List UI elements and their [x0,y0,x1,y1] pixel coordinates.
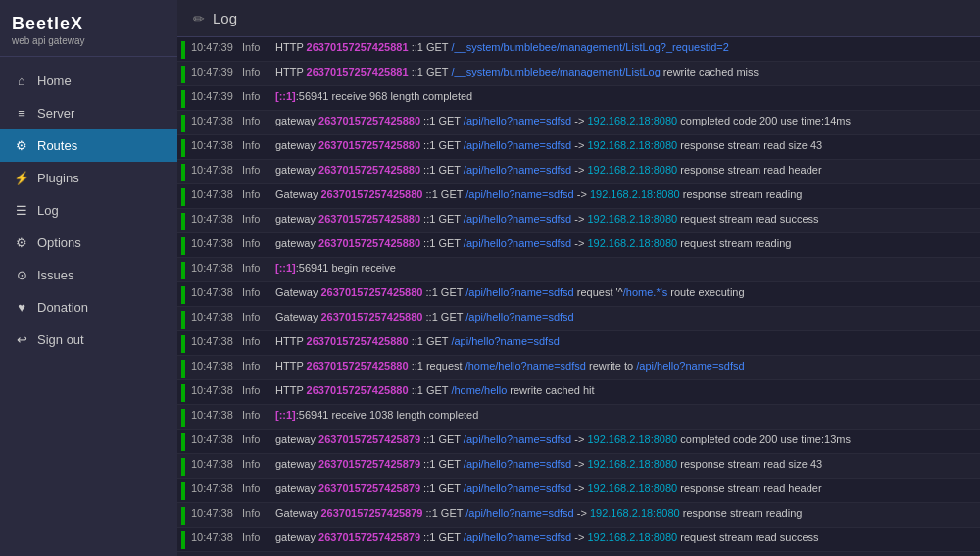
log-level: Info [242,88,275,102]
sidebar-item-home[interactable]: ⌂Home [0,65,177,97]
log-message: Gateway 26370157257425880 ::1 GET /api/h… [275,186,972,203]
page-header: ✏ Log [177,0,980,37]
log-time: 10:47:38 [191,456,242,470]
log-row: 10:47:38Infogateway 26370157257425880 ::… [177,233,980,258]
log-time: 10:47:38 [191,260,242,274]
sidebar-item-server[interactable]: ≡Server [0,97,177,129]
sidebar-item-plugins[interactable]: ⚡Plugins [0,162,177,194]
log-message: HTTP 26370157257425880 ::1 GET /api/hell… [275,333,972,350]
signout-icon: ↩ [14,332,29,347]
log-message: Gateway 26370157257425880 ::1 GET /api/h… [275,309,972,326]
sidebar-item-label-plugins: Plugins [37,171,79,185]
sidebar-item-label-donation: Donation [37,300,88,315]
log-level: Info [242,309,275,323]
sidebar-nav: ⌂Home≡Server⚙Routes⚡Plugins☰Log⚙Options⊙… [0,57,177,556]
log-indicator [181,237,185,255]
log-indicator [181,335,185,353]
log-indicator [181,286,185,304]
log-container[interactable]: 10:47:39InfoHTTP 26370157257425881 ::1 G… [177,37,980,556]
log-level: Info [242,407,275,421]
log-indicator [181,433,185,451]
log-level: Info [242,333,275,347]
log-time: 10:47:38 [191,235,242,249]
log-indicator [181,531,185,549]
log-time: 10:47:38 [191,211,242,225]
log-time: 10:47:38 [191,113,242,126]
log-time: 10:47:39 [191,64,242,77]
log-message: gateway 26370157257425879 ::1 GET /api/h… [275,480,972,497]
routes-icon: ⚙ [14,138,29,153]
sidebar-item-label-routes: Routes [37,138,77,153]
log-indicator [181,66,185,83]
log-time: 10:47:38 [191,480,242,494]
log-time: 10:47:39 [191,39,242,53]
sidebar-item-routes[interactable]: ⚙Routes [0,129,177,162]
log-time: 10:47:38 [191,333,242,347]
log-indicator [181,507,185,525]
log-level: Info [242,480,275,494]
log-level: Info [242,113,275,126]
log-message: [::1]:56941 receive 1038 length complete… [275,407,972,424]
donation-icon: ♥ [14,300,29,315]
log-indicator [181,164,185,181]
log-indicator [181,90,185,108]
log-level: Info [242,431,275,445]
log-indicator [181,41,185,59]
sidebar-item-log[interactable]: ☰Log [0,194,177,227]
log-row: 10:47:38Infogateway 26370157257425879 ::… [177,454,980,479]
home-icon: ⌂ [14,74,29,88]
log-time: 10:47:38 [191,162,242,176]
log-row: 10:47:38InfoGateway 26370157257425880 ::… [177,307,980,331]
sidebar-item-issues[interactable]: ⊙Issues [0,259,177,291]
sidebar-item-label-log: Log [37,203,59,218]
log-row: 10:47:38Infogateway 26370157257425879 ::… [177,528,980,552]
log-message: gateway 26370157257425879 ::1 GET /api/h… [275,530,972,546]
log-row: 10:47:38Infogateway 26370157257425879 ::… [177,430,980,454]
sidebar-item-label-server: Server [37,106,74,121]
log-level: Info [242,162,275,176]
log-row: 10:47:38InfoHTTP 26370157257425880 ::1 r… [177,356,980,380]
log-message: HTTP 26370157257425880 ::1 request /home… [275,358,972,375]
log-level: Info [242,235,275,249]
log-message: [::1]:56941 begin receive [275,260,972,277]
sidebar-item-label-home: Home [37,74,72,88]
plugins-icon: ⚡ [14,171,29,185]
logo-title: BeetleX [12,14,166,34]
log-level: Info [242,260,275,274]
log-level: Info [242,64,275,77]
log-indicator [181,409,185,427]
log-message: Gateway 26370157257425879 ::1 GET /api/h… [275,505,972,522]
log-row: 10:47:38InfoGateway 26370157257425880 ::… [177,184,980,209]
log-message: gateway 26370157257425880 ::1 GET /api/h… [275,137,972,154]
log-level: Info [242,505,275,519]
log-message: [::1]:56941 receive 968 length completed [275,88,972,105]
server-icon: ≡ [14,106,29,121]
log-message: gateway 26370157257425880 ::1 GET /api/h… [275,211,972,227]
page-title: Log [213,10,237,26]
log-row: 10:47:38Infogateway 26370157257425880 ::… [177,135,980,160]
log-time: 10:47:38 [191,186,242,200]
sidebar-item-label-options: Options [37,235,81,250]
log-time: 10:47:38 [191,505,242,519]
sidebar: BeetleX web api gateway ⌂Home≡Server⚙Rou… [0,0,177,556]
log-indicator [181,188,185,206]
log-time: 10:47:38 [191,530,242,543]
log-indicator [181,115,185,132]
log-time: 10:47:39 [191,88,242,102]
log-row: 10:47:38InfoGateway 26370157257425880 ::… [177,282,980,307]
sidebar-item-donation[interactable]: ♥Donation [0,291,177,324]
sidebar-item-options[interactable]: ⚙Options [0,227,177,259]
log-level: Info [242,186,275,200]
log-row: 10:47:38Infogateway 26370157257425880 ::… [177,111,980,135]
log-row: 10:47:38Info[::1]:56941 begin receive [177,258,980,282]
options-icon: ⚙ [14,235,29,250]
log-message: gateway 26370157257425879 ::1 GET /api/h… [275,456,972,473]
log-row: 10:47:38Infogateway 26370157257425879 ::… [177,479,980,503]
issues-icon: ⊙ [14,268,29,282]
log-time: 10:47:38 [191,407,242,421]
sidebar-item-signout[interactable]: ↩Sign out [0,324,177,356]
log-time: 10:47:38 [191,358,242,372]
log-row: 10:47:39Info[::1]:56941 receive 968 leng… [177,86,980,111]
log-level: Info [242,456,275,470]
log-indicator [181,262,185,279]
